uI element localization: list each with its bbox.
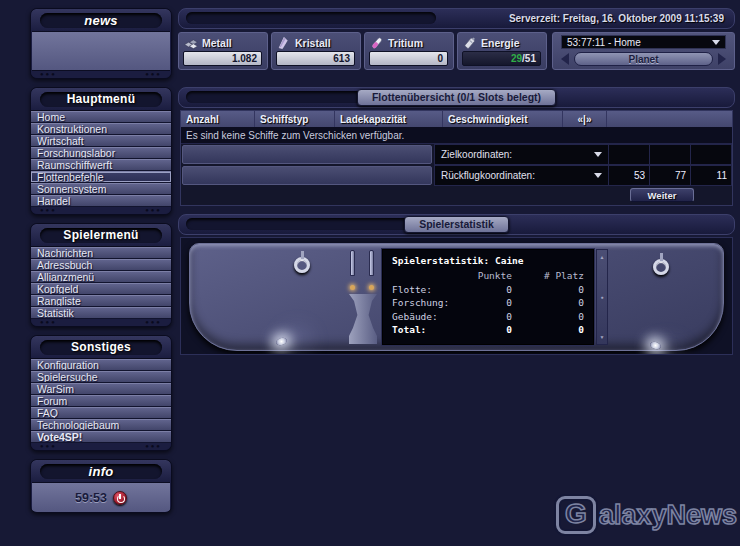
sidebar-item-raumschiffwerft[interactable]: Raumschiffwerft: [31, 159, 171, 171]
fleet-panel: Flottenübersicht (0/1 Slots belegt) Anza…: [178, 87, 735, 206]
sidebar-item-konstruktionen[interactable]: Konstruktionen: [31, 123, 171, 135]
planet-prev-arrow[interactable]: [561, 53, 569, 65]
resource-value-field: 0: [369, 51, 448, 66]
fleet-panel-title: Flottenübersicht (0/1 Slots belegt): [357, 89, 556, 106]
metal-slab-decoration: Spielerstatistik: Caine Punkte # Platz F…: [189, 243, 724, 351]
spotlight-right-icon: [649, 340, 662, 350]
vent-dots: ●●●: [145, 319, 162, 326]
return-coord-input-2[interactable]: [691, 165, 732, 186]
menu-list: NachrichtenAdressbuchAllianzmenüKopfgeld…: [31, 246, 171, 319]
stats-panel-body: Spielerstatistik: Caine Punkte # Platz F…: [180, 237, 733, 355]
chevron-down-icon: [594, 173, 602, 178]
resource-tritium: Tritium0: [364, 32, 454, 70]
return-coord-input-1[interactable]: [650, 165, 691, 186]
scroll-up-icon[interactable]: ▲: [600, 254, 605, 260]
target-coord-input-2[interactable]: [691, 144, 732, 165]
menu-box-title: Hauptmenü: [67, 92, 136, 106]
return-coordinates-dropdown[interactable]: Rückflugkoordinaten:: [434, 165, 609, 186]
sidebar-item-warsim[interactable]: WarSim: [31, 383, 171, 395]
stat-points: 0: [452, 311, 512, 322]
info-body: 59:53: [32, 482, 170, 512]
empty-row-bar: [182, 145, 432, 164]
target-coord-input-0[interactable]: [609, 144, 650, 165]
stat-rank: 0: [512, 311, 584, 322]
menu-list: HomeKonstruktionenWirtschaftForschungsla…: [31, 110, 171, 207]
sidebar-item-konfiguration[interactable]: Konfiguration: [31, 359, 171, 371]
sidebar-item-forum[interactable]: Forum: [31, 395, 171, 407]
menu-box-header: Sonstiges: [31, 336, 171, 358]
target-coord-input-1[interactable]: [650, 144, 691, 165]
menu-box-header: Hauptmenü: [31, 88, 171, 110]
fleet-panel-footer: Weiter: [181, 186, 732, 205]
menu-list: KonfigurationSpielersucheWarSimForumFAQT…: [31, 358, 171, 443]
column-header-ladekapazit-t[interactable]: Ladekapazität: [335, 111, 443, 127]
planet-dropdown[interactable]: 53:77:11 - Home: [561, 35, 726, 49]
weiter-button[interactable]: Weiter: [630, 188, 694, 202]
sidebar-item-sonnensystem[interactable]: Sonnensystem: [31, 183, 171, 195]
news-box: news ●●● ●●●: [30, 8, 172, 79]
scroll-down-icon[interactable]: ▼: [600, 334, 605, 340]
game-page: news ●●● ●●● HauptmenüHomeKonstruktionen…: [0, 0, 740, 546]
sidebar-item-home[interactable]: Home: [31, 111, 171, 123]
stats-column-platz: # Platz: [512, 270, 584, 281]
planet-button[interactable]: Planet: [574, 52, 713, 66]
amber-light-icon: [369, 285, 374, 290]
hook-ring-right-icon: [653, 259, 669, 275]
stat-label-geb-ude: Gebäude:: [392, 311, 452, 322]
menu-box-footer: ●●●●●●: [31, 319, 171, 326]
coordinate-label: Zielkoordinaten:: [441, 149, 512, 160]
stats-panel-title: Spielerstatistik: [404, 216, 509, 233]
column-header-anzahl[interactable]: Anzahl: [181, 111, 255, 127]
sidebar-item-vote4sp[interactable]: Vote4SP!: [31, 431, 171, 443]
resource-label: Kristall: [295, 37, 331, 49]
sidebar-item-adressbuch[interactable]: Adressbuch: [31, 259, 171, 271]
hook-ring-left-icon: [294, 257, 310, 273]
energy-max-value: /51: [522, 53, 536, 64]
power-icon[interactable]: [113, 491, 127, 505]
sidebar-item-flottenbefehle[interactable]: Flottenbefehle: [31, 171, 171, 183]
resource-energie: Energie29/51: [457, 32, 547, 70]
logo-g: G: [556, 496, 596, 534]
pager-header[interactable]: «|»: [563, 111, 607, 127]
sidebar-item-handel[interactable]: Handel: [31, 195, 171, 207]
scroll-dot: ●: [600, 294, 603, 300]
menu-box-title: Spielermenü: [63, 228, 138, 242]
resource-bar: Metall1.082Kristall613Tritium0Energie29/…: [178, 32, 735, 70]
planet-next-arrow[interactable]: [718, 53, 726, 65]
resource-label: Energie: [481, 37, 520, 49]
sidebar-item-rangliste[interactable]: Rangliste: [31, 295, 171, 307]
sidebar-item-forschungslabor[interactable]: Forschungslabor: [31, 147, 171, 159]
target-coordinates-dropdown[interactable]: Zielkoordinaten:: [434, 144, 609, 165]
sidebar-item-spielersuche[interactable]: Spielersuche: [31, 371, 171, 383]
return-coord-input-0[interactable]: [609, 165, 650, 186]
news-body: [32, 31, 170, 71]
stat-points: 0: [452, 284, 512, 295]
sidebar-item-wirtschaft[interactable]: Wirtschaft: [31, 135, 171, 147]
server-time: Serverzeit: Freitag, 16. Oktober 2009 11…: [509, 13, 734, 24]
screen-scrollbar[interactable]: ▲ ● ▼: [596, 249, 608, 345]
logout-timer: 59:53: [75, 491, 107, 505]
stat-points: 0: [452, 324, 512, 335]
stats-table: Punkte # Platz Flotte:00Forschung:00Gebä…: [392, 270, 584, 335]
sidebar-item-kopfgeld[interactable]: Kopfgeld: [31, 283, 171, 295]
energie-icon: [462, 35, 478, 51]
fleet-table-header: AnzahlSchiffstypLadekapazitätGeschwindig…: [181, 111, 732, 128]
fleet-empty-message: Es sind keine Schiffe zum Verschicken ve…: [181, 128, 732, 144]
menu-box-sonstiges: SonstigesKonfigurationSpielersucheWarSim…: [30, 335, 172, 451]
resource-header: Kristall: [276, 35, 355, 50]
vent-dots: ●●●: [145, 207, 162, 214]
sidebar-item-faq[interactable]: FAQ: [31, 407, 171, 419]
menu-box-footer: ●●●●●●: [31, 207, 171, 214]
sidebar-item-nachrichten[interactable]: Nachrichten: [31, 247, 171, 259]
rod-icon: [369, 250, 374, 276]
sidebar-item-allianzmen[interactable]: Allianzmenü: [31, 271, 171, 283]
menu-box-header: Spielermenü: [31, 224, 171, 246]
sidebar-item-technologiebaum[interactable]: Technologiebaum: [31, 419, 171, 431]
column-header-schiffstyp[interactable]: Schiffstyp: [255, 111, 335, 127]
energy-current-value: 29: [511, 53, 522, 64]
column-header-geschwindigkeit[interactable]: Geschwindigkeit: [443, 111, 563, 127]
stat-points: 0: [452, 297, 512, 308]
resource-value-field: 613: [276, 51, 355, 66]
chevron-down-icon: [712, 40, 720, 45]
sidebar-item-statistik[interactable]: Statistik: [31, 307, 171, 319]
